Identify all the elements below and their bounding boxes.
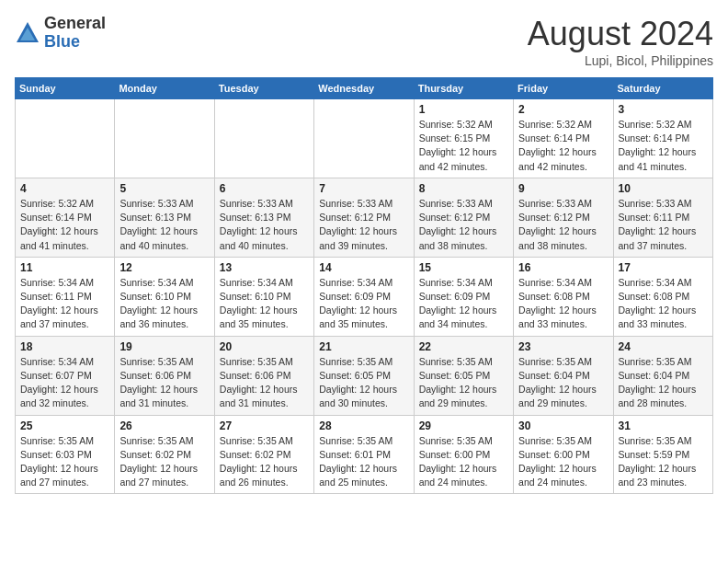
day-number: 21	[319, 340, 408, 353]
calendar-week-4: 18Sunrise: 5:34 AM Sunset: 6:07 PM Dayli…	[16, 336, 713, 415]
day-number: 3	[619, 103, 708, 116]
weekday-header-thursday: Thursday	[414, 78, 513, 99]
calendar-cell: 12Sunrise: 5:34 AM Sunset: 6:10 PM Dayli…	[115, 257, 214, 336]
day-number: 1	[419, 103, 508, 116]
day-info: Sunrise: 5:32 AM Sunset: 6:14 PM Dayligh…	[518, 118, 608, 174]
calendar-cell: 18Sunrise: 5:34 AM Sunset: 6:07 PM Dayli…	[16, 336, 115, 415]
day-number: 6	[220, 182, 309, 195]
calendar-cell: 29Sunrise: 5:35 AM Sunset: 6:00 PM Dayli…	[414, 415, 513, 494]
day-number: 13	[220, 261, 309, 274]
day-info: Sunrise: 5:35 AM Sunset: 6:02 PM Dayligh…	[220, 434, 309, 490]
day-info: Sunrise: 5:32 AM Sunset: 6:14 PM Dayligh…	[20, 197, 109, 253]
calendar-week-3: 11Sunrise: 5:34 AM Sunset: 6:11 PM Dayli…	[16, 257, 713, 336]
day-number: 17	[619, 261, 708, 274]
day-number: 24	[619, 340, 708, 353]
day-info: Sunrise: 5:33 AM Sunset: 6:11 PM Dayligh…	[619, 197, 708, 253]
day-info: Sunrise: 5:35 AM Sunset: 6:00 PM Dayligh…	[518, 434, 608, 490]
day-info: Sunrise: 5:34 AM Sunset: 6:10 PM Dayligh…	[220, 276, 309, 332]
calendar-cell: 21Sunrise: 5:35 AM Sunset: 6:05 PM Dayli…	[314, 336, 414, 415]
calendar-cell: 4Sunrise: 5:32 AM Sunset: 6:14 PM Daylig…	[16, 178, 115, 257]
day-info: Sunrise: 5:34 AM Sunset: 6:08 PM Dayligh…	[518, 276, 608, 332]
calendar-cell: 15Sunrise: 5:34 AM Sunset: 6:09 PM Dayli…	[414, 257, 513, 336]
calendar-cell: 6Sunrise: 5:33 AM Sunset: 6:13 PM Daylig…	[214, 178, 313, 257]
logo-general-text: General	[44, 14, 106, 32]
calendar-cell: 23Sunrise: 5:35 AM Sunset: 6:04 PM Dayli…	[514, 336, 613, 415]
calendar-table: SundayMondayTuesdayWednesdayThursdayFrid…	[15, 77, 713, 494]
weekday-header-wednesday: Wednesday	[314, 78, 414, 99]
day-info: Sunrise: 5:35 AM Sunset: 6:01 PM Dayligh…	[319, 434, 408, 490]
calendar-cell: 17Sunrise: 5:34 AM Sunset: 6:08 PM Dayli…	[613, 257, 712, 336]
calendar-cell: 5Sunrise: 5:33 AM Sunset: 6:13 PM Daylig…	[115, 178, 214, 257]
calendar-cell: 2Sunrise: 5:32 AM Sunset: 6:14 PM Daylig…	[514, 99, 613, 178]
weekday-header-tuesday: Tuesday	[214, 78, 313, 99]
weekday-header-sunday: Sunday	[16, 78, 115, 99]
logo-blue-text: Blue	[44, 32, 80, 51]
calendar-cell: 16Sunrise: 5:34 AM Sunset: 6:08 PM Dayli…	[514, 257, 613, 336]
day-number: 4	[20, 182, 109, 195]
weekday-header-friday: Friday	[514, 78, 613, 99]
calendar-cell: 10Sunrise: 5:33 AM Sunset: 6:11 PM Dayli…	[613, 178, 712, 257]
day-info: Sunrise: 5:35 AM Sunset: 6:06 PM Dayligh…	[220, 355, 309, 411]
calendar-cell: 27Sunrise: 5:35 AM Sunset: 6:02 PM Dayli…	[214, 415, 313, 494]
calendar-cell	[115, 99, 214, 178]
calendar-cell: 30Sunrise: 5:35 AM Sunset: 6:00 PM Dayli…	[514, 415, 613, 494]
location-subtitle: Lupi, Bicol, Philippines	[528, 53, 713, 68]
day-number: 2	[518, 103, 608, 116]
calendar-cell: 28Sunrise: 5:35 AM Sunset: 6:01 PM Dayli…	[314, 415, 414, 494]
month-year-title: August 2024	[528, 15, 713, 53]
day-info: Sunrise: 5:33 AM Sunset: 6:12 PM Dayligh…	[419, 197, 508, 253]
calendar-cell: 25Sunrise: 5:35 AM Sunset: 6:03 PM Dayli…	[16, 415, 115, 494]
day-info: Sunrise: 5:35 AM Sunset: 6:03 PM Dayligh…	[20, 434, 109, 490]
day-info: Sunrise: 5:33 AM Sunset: 6:13 PM Dayligh…	[119, 197, 209, 253]
calendar-cell: 1Sunrise: 5:32 AM Sunset: 6:15 PM Daylig…	[414, 99, 513, 178]
calendar-cell: 7Sunrise: 5:33 AM Sunset: 6:12 PM Daylig…	[314, 178, 414, 257]
day-info: Sunrise: 5:34 AM Sunset: 6:11 PM Dayligh…	[20, 276, 109, 332]
calendar-cell: 20Sunrise: 5:35 AM Sunset: 6:06 PM Dayli…	[214, 336, 313, 415]
calendar-cell: 3Sunrise: 5:32 AM Sunset: 6:14 PM Daylig…	[613, 99, 712, 178]
day-info: Sunrise: 5:33 AM Sunset: 6:13 PM Dayligh…	[220, 197, 309, 253]
day-number: 9	[518, 182, 608, 195]
day-info: Sunrise: 5:34 AM Sunset: 6:09 PM Dayligh…	[319, 276, 408, 332]
logo: General Blue	[15, 15, 106, 52]
day-info: Sunrise: 5:35 AM Sunset: 5:59 PM Dayligh…	[619, 434, 708, 490]
day-info: Sunrise: 5:33 AM Sunset: 6:12 PM Dayligh…	[518, 197, 608, 253]
day-info: Sunrise: 5:35 AM Sunset: 6:05 PM Dayligh…	[319, 355, 408, 411]
day-info: Sunrise: 5:34 AM Sunset: 6:09 PM Dayligh…	[419, 276, 508, 332]
day-number: 22	[419, 340, 508, 353]
day-info: Sunrise: 5:35 AM Sunset: 6:00 PM Dayligh…	[419, 434, 508, 490]
logo-icon	[15, 20, 40, 46]
calendar-cell	[314, 99, 414, 178]
day-number: 28	[319, 419, 408, 432]
calendar-cell: 8Sunrise: 5:33 AM Sunset: 6:12 PM Daylig…	[414, 178, 513, 257]
day-number: 27	[220, 419, 309, 432]
day-info: Sunrise: 5:34 AM Sunset: 6:10 PM Dayligh…	[119, 276, 209, 332]
day-info: Sunrise: 5:35 AM Sunset: 6:05 PM Dayligh…	[419, 355, 508, 411]
calendar-cell: 19Sunrise: 5:35 AM Sunset: 6:06 PM Dayli…	[115, 336, 214, 415]
day-number: 20	[220, 340, 309, 353]
day-info: Sunrise: 5:34 AM Sunset: 6:08 PM Dayligh…	[619, 276, 708, 332]
day-number: 10	[619, 182, 708, 195]
calendar-cell: 24Sunrise: 5:35 AM Sunset: 6:04 PM Dayli…	[613, 336, 712, 415]
calendar-cell: 13Sunrise: 5:34 AM Sunset: 6:10 PM Dayli…	[214, 257, 313, 336]
calendar-cell: 26Sunrise: 5:35 AM Sunset: 6:02 PM Dayli…	[115, 415, 214, 494]
day-info: Sunrise: 5:32 AM Sunset: 6:14 PM Dayligh…	[619, 118, 708, 174]
weekday-header-saturday: Saturday	[613, 78, 712, 99]
day-number: 18	[20, 340, 109, 353]
day-number: 25	[20, 419, 109, 432]
page-header: General Blue August 2024 Lupi, Bicol, Ph…	[15, 15, 713, 68]
day-number: 16	[518, 261, 608, 274]
calendar-cell: 14Sunrise: 5:34 AM Sunset: 6:09 PM Dayli…	[314, 257, 414, 336]
day-info: Sunrise: 5:32 AM Sunset: 6:15 PM Dayligh…	[419, 118, 508, 174]
day-info: Sunrise: 5:35 AM Sunset: 6:04 PM Dayligh…	[518, 355, 608, 411]
calendar-cell: 22Sunrise: 5:35 AM Sunset: 6:05 PM Dayli…	[414, 336, 513, 415]
calendar-cell	[214, 99, 313, 178]
day-number: 11	[20, 261, 109, 274]
calendar-cell: 9Sunrise: 5:33 AM Sunset: 6:12 PM Daylig…	[514, 178, 613, 257]
day-number: 5	[119, 182, 209, 195]
day-info: Sunrise: 5:35 AM Sunset: 6:02 PM Dayligh…	[119, 434, 209, 490]
day-number: 14	[319, 261, 408, 274]
calendar-cell: 11Sunrise: 5:34 AM Sunset: 6:11 PM Dayli…	[16, 257, 115, 336]
day-number: 29	[419, 419, 508, 432]
weekday-header-row: SundayMondayTuesdayWednesdayThursdayFrid…	[16, 78, 713, 99]
day-number: 12	[119, 261, 209, 274]
